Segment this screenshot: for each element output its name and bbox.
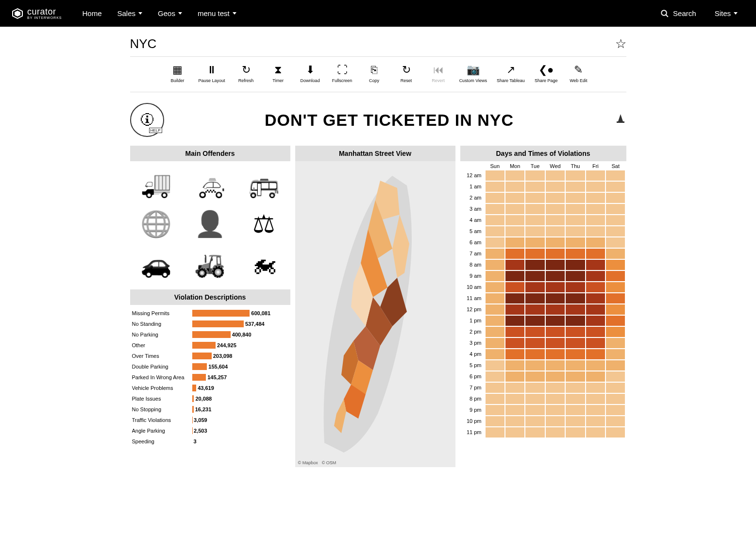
heat-cell[interactable]: [546, 271, 565, 281]
heat-cell[interactable]: [486, 349, 504, 359]
heat-cell[interactable]: [525, 204, 544, 214]
heat-cell[interactable]: [546, 349, 565, 359]
tool-pause-layout[interactable]: ⏸Pause Layout: [199, 64, 225, 83]
heat-cell[interactable]: [525, 182, 544, 192]
heat-cell[interactable]: [505, 349, 524, 359]
heat-cell[interactable]: [606, 293, 625, 303]
heat-cell[interactable]: [525, 427, 544, 438]
heat-cell[interactable]: [546, 360, 565, 371]
heat-cell[interactable]: [546, 405, 565, 415]
violation-row[interactable]: Plate Issues20,088: [132, 393, 288, 404]
heat-cell[interactable]: [566, 338, 585, 348]
heat-cell[interactable]: [525, 349, 544, 359]
violation-row[interactable]: Over Times203,098: [132, 351, 288, 361]
heat-cell[interactable]: [566, 271, 585, 281]
heat-cell[interactable]: [606, 193, 625, 203]
heat-cell[interactable]: [505, 215, 524, 225]
heat-cell[interactable]: [586, 394, 605, 404]
heat-cell[interactable]: [486, 360, 504, 371]
heat-cell[interactable]: [586, 260, 605, 270]
heat-cell[interactable]: [586, 237, 605, 248]
heat-cell[interactable]: [566, 204, 585, 214]
tool-share-tableau[interactable]: ↗Share Tableau: [497, 64, 525, 83]
heat-cell[interactable]: [606, 405, 625, 415]
heat-cell[interactable]: [586, 249, 605, 259]
heat-cell[interactable]: [525, 416, 544, 426]
heat-cell[interactable]: [486, 405, 504, 415]
heat-cell[interactable]: [566, 237, 585, 248]
heat-cell[interactable]: [566, 371, 585, 382]
violation-row[interactable]: No Parking400,840: [132, 329, 288, 340]
heat-cell[interactable]: [505, 282, 524, 292]
heat-cell[interactable]: [586, 405, 605, 415]
heat-cell[interactable]: [566, 182, 585, 192]
heat-cell[interactable]: [505, 182, 524, 192]
heat-cell[interactable]: [546, 182, 565, 192]
heat-cell[interactable]: [566, 360, 585, 371]
violation-row[interactable]: Other244,925: [132, 340, 288, 351]
offender-official[interactable]: 👤: [185, 206, 235, 242]
heat-cell[interactable]: [505, 226, 524, 236]
heat-cell[interactable]: [566, 193, 585, 203]
heat-cell[interactable]: [505, 405, 524, 415]
violation-row[interactable]: Double Parking155,604: [132, 361, 288, 372]
heat-cell[interactable]: [525, 383, 544, 393]
brand-logo[interactable]: curator BY INTERWORKS: [12, 7, 62, 19]
heat-cell[interactable]: [566, 170, 585, 181]
nav-link-menu-test[interactable]: menu test: [191, 5, 243, 21]
heat-cell[interactable]: [505, 170, 524, 181]
heat-cell[interactable]: [606, 237, 625, 248]
heat-cell[interactable]: [505, 271, 524, 281]
heat-cell[interactable]: [586, 371, 605, 382]
heat-cell[interactable]: [586, 271, 605, 281]
heat-cell[interactable]: [525, 360, 544, 371]
tool-web-edit[interactable]: ✎Web Edit: [567, 64, 589, 83]
heat-cell[interactable]: [486, 226, 504, 236]
heat-cell[interactable]: [505, 338, 524, 348]
heat-cell[interactable]: [566, 394, 585, 404]
heat-cell[interactable]: [606, 371, 625, 382]
heat-cell[interactable]: [525, 338, 544, 348]
heat-cell[interactable]: [525, 237, 544, 248]
heat-cell[interactable]: [606, 338, 625, 348]
heat-cell[interactable]: [586, 316, 605, 326]
nav-link-geos[interactable]: Geos: [151, 5, 189, 21]
tool-custom-views[interactable]: 📷Custom Views: [459, 64, 487, 83]
heat-cell[interactable]: [586, 304, 605, 315]
offender-gavel[interactable]: ⚖: [239, 206, 289, 242]
heat-cell[interactable]: [566, 293, 585, 303]
heat-cell[interactable]: [586, 416, 605, 426]
heat-cell[interactable]: [486, 215, 504, 225]
heat-cell[interactable]: [586, 360, 605, 371]
heat-cell[interactable]: [525, 394, 544, 404]
heat-cell[interactable]: [486, 193, 504, 203]
heat-cell[interactable]: [505, 371, 524, 382]
heat-cell[interactable]: [505, 394, 524, 404]
heat-cell[interactable]: [586, 427, 605, 438]
offender-globe[interactable]: 🌐: [131, 206, 181, 242]
heat-cell[interactable]: [505, 416, 524, 426]
tool-builder[interactable]: ▦Builder: [167, 64, 189, 83]
tool-reset[interactable]: ↻Reset: [395, 64, 418, 83]
heat-cell[interactable]: [566, 383, 585, 393]
tool-copy[interactable]: ⎘Copy: [363, 64, 386, 83]
heat-cell[interactable]: [486, 383, 504, 393]
manhattan-map[interactable]: © Mapbox © OSM: [295, 161, 455, 467]
heat-cell[interactable]: [546, 416, 565, 426]
heat-cell[interactable]: [546, 293, 565, 303]
heat-cell[interactable]: [546, 237, 565, 248]
tool-share-page[interactable]: ❮●Share Page: [535, 64, 558, 83]
violation-row[interactable]: Missing Permits600,081: [132, 308, 288, 319]
heat-cell[interactable]: [486, 271, 504, 281]
heat-cell[interactable]: [546, 371, 565, 382]
heat-cell[interactable]: [606, 360, 625, 371]
heat-cell[interactable]: [486, 394, 504, 404]
heat-cell[interactable]: [505, 260, 524, 270]
heat-cell[interactable]: [546, 282, 565, 292]
heat-cell[interactable]: [525, 327, 544, 337]
heat-cell[interactable]: [525, 271, 544, 281]
heat-cell[interactable]: [546, 316, 565, 326]
heat-cell[interactable]: [525, 282, 544, 292]
offender-truck[interactable]: 🚚: [131, 166, 181, 202]
favorite-star-icon[interactable]: ☆: [615, 36, 626, 51]
